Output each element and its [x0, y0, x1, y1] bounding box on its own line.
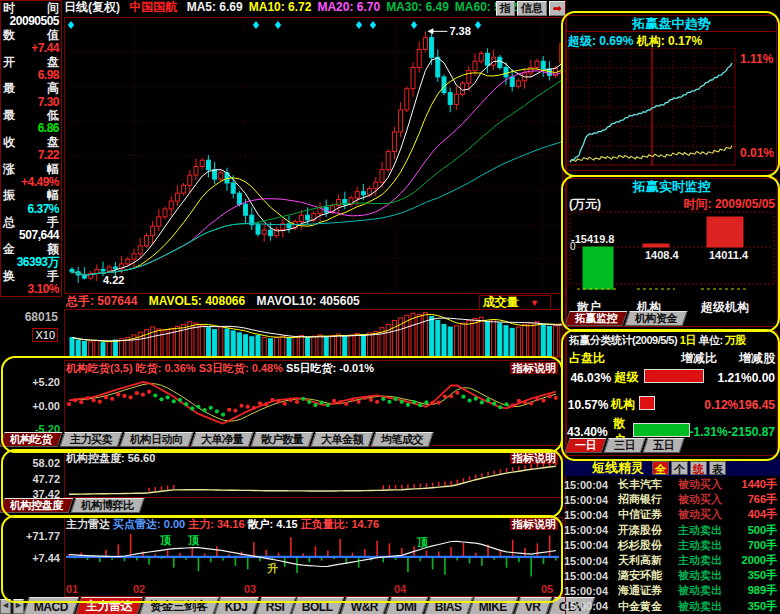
stock-name[interactable]: 中国国航	[129, 0, 177, 14]
kongpan-chart[interactable]	[66, 463, 559, 497]
tab-三日[interactable]: 三日	[604, 438, 646, 453]
ma-value: MA10: 6.72	[249, 0, 312, 14]
quote-label: 开盘	[3, 56, 59, 68]
volume-axis-label: 68015	[25, 310, 58, 324]
quote-label: 涨幅	[3, 163, 59, 175]
quote-label: 总手	[3, 216, 59, 228]
svg-text:1408.4: 1408.4	[645, 249, 680, 261]
leida-axis-mid: +7.44	[2, 553, 60, 563]
header-buttons: 指 信息 ➡	[496, 1, 566, 16]
tab-机构博弈比[interactable]: 机构博弈比	[70, 498, 143, 513]
tab-一日[interactable]: 一日	[565, 438, 607, 453]
period-label[interactable]: 日线(复权)	[64, 0, 120, 14]
super-pct-label: 超级: 0.69%	[568, 34, 633, 48]
trend-chart[interactable]	[568, 48, 736, 166]
stats-row: 46.03%超级1.21%0.00	[567, 364, 777, 391]
indicator-tabbar: ◄ ► MACD主力雷达资金三剑客KDJRSIBOLLW&RDMIBIASMIK…	[0, 599, 563, 614]
shortline-row[interactable]: 15:00:04中信证券被动买入404手	[564, 507, 780, 522]
tab-散户数量[interactable]: 散户数量	[250, 432, 313, 447]
quote-value: 6.86	[3, 122, 59, 134]
scroll-right-icon[interactable]: ►	[13, 599, 24, 614]
chihuo-tabstrip: 机构吃货主力买卖机构日动向大单净量散户数量大单金额均笔成交	[2, 432, 431, 447]
leida-month-labels: 0102030405	[64, 583, 563, 596]
quote-value: +4.49%	[3, 176, 59, 188]
quote-label: 最低	[3, 109, 59, 121]
stats-bar	[633, 423, 690, 437]
volume-multiplier-label: X10	[32, 328, 58, 342]
unit-label: (万元)	[569, 197, 601, 211]
trend-title: 拓赢盘中趋势	[567, 16, 776, 32]
mavol5-label: MAVOL5: 408066	[149, 294, 246, 308]
kongpan-tabstrip: 机构控盘度机构博弈比	[2, 498, 141, 513]
volume-axis-area: 68015 X10	[0, 300, 60, 356]
shortline-rows: 15:00:04长丰汽车被动买入1440手15:00:04招商银行被动买入766…	[564, 477, 780, 614]
ma-value: MA30: 6.49	[386, 0, 449, 14]
tab-W&R[interactable]: W&R	[340, 597, 389, 614]
monitor-chart[interactable]: 0-15419.81408.414011.4	[569, 211, 775, 297]
quote-value: 7.22	[3, 149, 59, 161]
quote-value: +7.44	[3, 42, 59, 54]
shortline-row[interactable]: 15:00:04中金黄金被动卖出350手	[564, 599, 780, 614]
shortline-row[interactable]: 15:00:04招商银行被动买入766手	[564, 492, 780, 507]
tab-资金三剑客[interactable]: 资金三剑客	[139, 597, 219, 614]
quote-sidebar: 时间20090505数值+7.44开盘6.98最高7.30最低6.86收盘7.2…	[0, 0, 62, 297]
shortline-tab-全[interactable]: 全	[652, 461, 669, 475]
info-button[interactable]: 信息	[517, 1, 547, 16]
tab-拓赢监控[interactable]: 拓赢监控	[565, 311, 628, 326]
shortline-row[interactable]: 15:00:04海通证券被动卖出989手	[564, 583, 780, 598]
tab-五日[interactable]: 五日	[643, 438, 685, 453]
quote-label: 金额	[3, 243, 59, 255]
tab-MIKE[interactable]: MIKE	[468, 597, 518, 614]
quote-value: 36393万	[3, 256, 59, 268]
quote-value: 6.98	[3, 69, 59, 81]
kongpan-axis-top: 58.02	[2, 458, 60, 468]
tab-机构控盘度[interactable]: 机构控盘度	[0, 498, 73, 513]
volume-type-selector[interactable]: 成交量 ▼	[479, 295, 551, 310]
quote-value: 3.10%	[3, 283, 59, 295]
chihuo-axis-top: +5.20	[2, 377, 60, 387]
shortline-tab-统[interactable]: 统	[690, 461, 707, 475]
shortline-row[interactable]: 15:00:04天利高新主动卖出2000手	[564, 553, 780, 568]
jump-arrow-icon[interactable]: ➡	[549, 1, 566, 16]
shortline-row[interactable]: 15:00:04开滦股份主动卖出500手	[564, 523, 780, 538]
tab-主力雷达[interactable]: 主力雷达	[75, 597, 143, 614]
quote-value: 507,644	[3, 229, 59, 241]
tab-VR[interactable]: VR	[514, 597, 552, 614]
shortline-row[interactable]: 15:00:04潞安环能被动卖出350手	[564, 568, 780, 583]
tab-KDJ[interactable]: KDJ	[214, 597, 259, 614]
quote-label: 换手	[3, 270, 59, 282]
chihuo-title: 机构吃货(3,5) 吃货: 0.36% S3日吃货: 0.48% S5日吃货: …	[66, 362, 374, 374]
trend-min-label: 0.01%	[740, 146, 774, 160]
leida-chart[interactable]: 顶顶升顶	[66, 530, 559, 582]
tab-主力买卖[interactable]: 主力买卖	[60, 432, 123, 447]
shortline-row[interactable]: 15:00:04长丰汽车被动买入1440手	[564, 477, 780, 492]
scroll-left-icon[interactable]: ◄	[0, 599, 11, 614]
tab-均笔成交[interactable]: 均笔成交	[370, 432, 433, 447]
tab-BOLL[interactable]: BOLL	[291, 597, 344, 614]
tab-RSI[interactable]: RSI	[255, 597, 296, 614]
quote-label: 最高	[3, 82, 59, 94]
month-label: 03	[244, 583, 256, 595]
kline-chart[interactable]: 7.384.22	[64, 17, 563, 294]
shortline-tab-个[interactable]: 个	[671, 461, 688, 475]
chihuo-indicator-help[interactable]: 指标说明	[510, 362, 558, 374]
shortline-tab-表[interactable]: 表	[709, 461, 726, 475]
tab-机构资金[interactable]: 机构资金	[625, 311, 688, 326]
month-label: 02	[133, 583, 145, 595]
tab-机构日动向[interactable]: 机构日动向	[120, 432, 193, 447]
chihuo-chart[interactable]	[66, 375, 559, 431]
tab-机构吃货[interactable]: 机构吃货	[0, 432, 62, 447]
tab-大单净量[interactable]: 大单净量	[190, 432, 253, 447]
volume-chart[interactable]	[64, 309, 563, 358]
leida-indicator-help[interactable]: 指标说明	[510, 518, 558, 530]
shortline-header: 短线精灵 全个统表	[564, 459, 780, 476]
tab-MACD[interactable]: MACD	[23, 597, 79, 614]
indicator-button[interactable]: 指	[496, 1, 515, 16]
tab-DMI[interactable]: DMI	[385, 597, 428, 614]
tab-大单金额[interactable]: 大单金额	[310, 432, 373, 447]
shortline-row[interactable]: 15:00:04杉杉股份主动卖出700手	[564, 538, 780, 553]
quote-value: 6.37%	[3, 203, 59, 215]
svg-text:顶: 顶	[187, 534, 200, 546]
stats-rows: 46.03%超级1.21%0.0010.57%机构0.12%196.4543.4…	[567, 364, 777, 445]
tab-BIAS[interactable]: BIAS	[424, 597, 473, 614]
